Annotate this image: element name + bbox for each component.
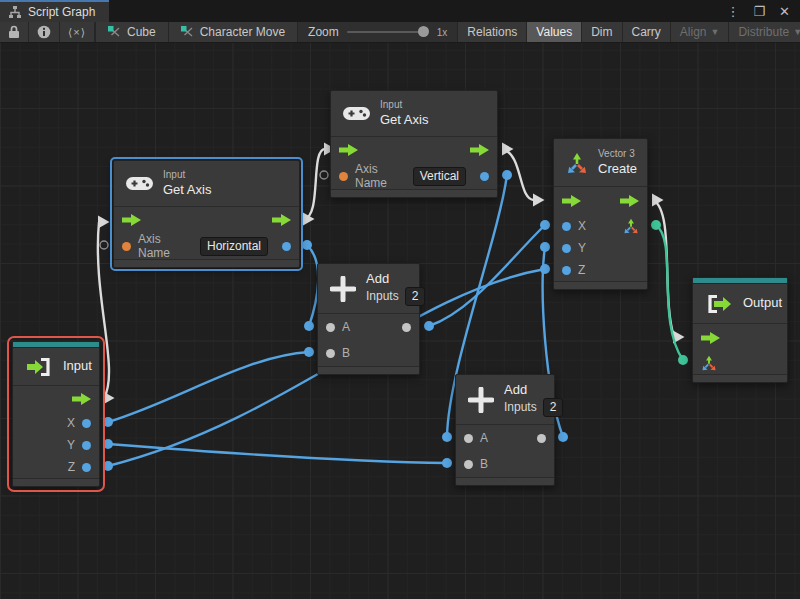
flow-port[interactable]: [122, 214, 141, 226]
node-title: Add: [366, 271, 425, 287]
value-port-gray[interactable]: [326, 349, 335, 358]
node-vector3-create[interactable]: Vector 3 CreateXYZ: [553, 138, 648, 290]
value-port-blue[interactable]: [82, 441, 91, 450]
value-port-gray[interactable]: [537, 434, 546, 443]
tab-script-graph[interactable]: Script Graph: [0, 0, 109, 22]
value-port-gray[interactable]: [402, 323, 411, 332]
outputArrow-icon: [705, 294, 733, 314]
lock-button[interactable]: [0, 22, 29, 42]
inline-value-field[interactable]: Horizontal: [200, 237, 268, 256]
inline-value-field[interactable]: Vertical: [413, 167, 466, 186]
node-port-row: Y: [554, 237, 647, 259]
toolbar-button-values[interactable]: Values: [527, 22, 582, 42]
node-header[interactable]: Input: [13, 348, 99, 386]
toolbar-button-relations[interactable]: Relations: [458, 22, 527, 42]
port-label: Z: [578, 263, 585, 277]
node-port-row: Z: [13, 456, 99, 478]
node-footer: [456, 477, 554, 485]
zoom-value: 1x: [437, 27, 448, 38]
port-label: Y: [578, 241, 586, 255]
node-port-row: [554, 187, 647, 215]
node-port-row: X: [13, 412, 99, 434]
node-add-1[interactable]: Add Inputs 2AB: [317, 263, 420, 375]
code-preview-button[interactable]: ⟨×⟩: [60, 22, 95, 42]
chevron-down-icon: ▼: [711, 27, 720, 37]
inputs-count-field[interactable]: 2: [543, 398, 564, 417]
flow-port[interactable]: [339, 144, 358, 156]
value-port-blue[interactable]: [562, 266, 571, 275]
menu-icon[interactable]: ⋮: [726, 5, 739, 18]
node-header[interactable]: Vector 3 Create: [554, 139, 647, 187]
node-header[interactable]: Input Get Axis: [114, 161, 299, 207]
gamepad-icon: [343, 105, 370, 122]
node-output[interactable]: Output: [692, 277, 788, 383]
wire-inputy-to-add2-b[interactable]: [108, 444, 447, 463]
value-port-gray[interactable]: [464, 460, 473, 469]
value-port-gray[interactable]: [326, 323, 335, 332]
value-port-blue[interactable]: [562, 222, 571, 231]
node-port-row: B: [456, 451, 554, 477]
node-port-row: [114, 207, 299, 233]
value-port-blue[interactable]: [82, 419, 91, 428]
node-title: Get Axis: [163, 182, 211, 198]
toolbar-button-dim[interactable]: Dim: [582, 22, 622, 42]
node-header[interactable]: Output: [693, 284, 787, 324]
unconnected-port-indicator[interactable]: [320, 171, 328, 179]
flow-port[interactable]: [562, 195, 581, 207]
unconnected-port-indicator[interactable]: [100, 241, 108, 249]
value-port-blue[interactable]: [282, 242, 291, 251]
value-port-blue[interactable]: [480, 172, 489, 181]
zoom-slider[interactable]: [347, 31, 429, 33]
breadcrumb: CubeCharacter Move: [96, 22, 298, 42]
node-port-row: A: [318, 314, 419, 340]
toolbar-button-carry[interactable]: Carry: [623, 22, 671, 42]
port-label: Axis Name: [138, 232, 193, 260]
flow-port[interactable]: [72, 393, 91, 405]
node-get-axis-vertical[interactable]: Input Get AxisAxis NameVertical: [330, 90, 498, 198]
breadcrumb-label: Character Move: [200, 25, 285, 39]
value-port-orange[interactable]: [122, 242, 131, 251]
wire-ctrl-horizontal-to-vertical[interactable]: [304, 149, 325, 219]
wire-add1-to-vector3-x[interactable]: [429, 225, 545, 326]
close-icon[interactable]: ✕: [779, 5, 790, 18]
button-label: Relations: [467, 25, 517, 39]
zoom-slider-handle[interactable]: [418, 26, 429, 37]
node-title: Input: [63, 358, 92, 374]
node-port-row: [331, 137, 497, 163]
script-graph-window: Script Graph ⋮ ❐ ✕ ⟨×⟩ CubeCharacter Mov…: [0, 0, 800, 599]
graph-icon: [181, 26, 194, 38]
wire-inputx-to-add1-b[interactable]: [108, 352, 309, 422]
node-input[interactable]: InputXYZ: [12, 341, 100, 487]
flow-port[interactable]: [620, 195, 639, 207]
inputs-count-field[interactable]: 2: [405, 287, 426, 306]
node-get-axis-horizontal[interactable]: Input Get AxisAxis NameHorizontal: [113, 160, 300, 268]
wire-ctrl-vector3-to-output[interactable]: [653, 200, 674, 337]
breadcrumb-character-move[interactable]: Character Move: [169, 22, 298, 42]
info-button[interactable]: [29, 22, 60, 42]
node-header[interactable]: Add Inputs 2: [318, 264, 419, 314]
wire-vector3-result-to-output[interactable]: [656, 225, 683, 360]
flow-port[interactable]: [272, 214, 291, 226]
port-label: Z: [68, 460, 75, 474]
graph-canvas[interactable]: Input Get AxisAxis NameVertical Input Ge…: [0, 43, 800, 599]
value-port-gray[interactable]: [464, 434, 473, 443]
info-icon: [37, 25, 51, 39]
window-controls: ⋮ ❐ ✕: [726, 0, 800, 22]
vector3-port-icon[interactable]: [623, 218, 639, 234]
wire-ctrl-vertical-to-vector3[interactable]: [503, 149, 534, 200]
flow-port[interactable]: [470, 144, 489, 156]
value-port-orange[interactable]: [339, 172, 348, 181]
breadcrumb-cube[interactable]: Cube: [96, 22, 169, 42]
node-footer: [13, 478, 99, 486]
value-port-blue[interactable]: [82, 463, 91, 472]
maximize-icon[interactable]: ❐: [753, 5, 765, 18]
node-footer: [114, 259, 299, 267]
zoom-control: Zoom 1x: [298, 22, 458, 42]
node-header[interactable]: Input Get Axis: [331, 91, 497, 137]
node-footer: [554, 281, 647, 289]
node-header[interactable]: Add Inputs 2: [456, 375, 554, 425]
vector3-port-icon[interactable]: [701, 355, 717, 371]
node-add-2[interactable]: Add Inputs 2AB: [455, 374, 555, 486]
value-port-blue[interactable]: [562, 244, 571, 253]
flow-port[interactable]: [701, 332, 720, 344]
